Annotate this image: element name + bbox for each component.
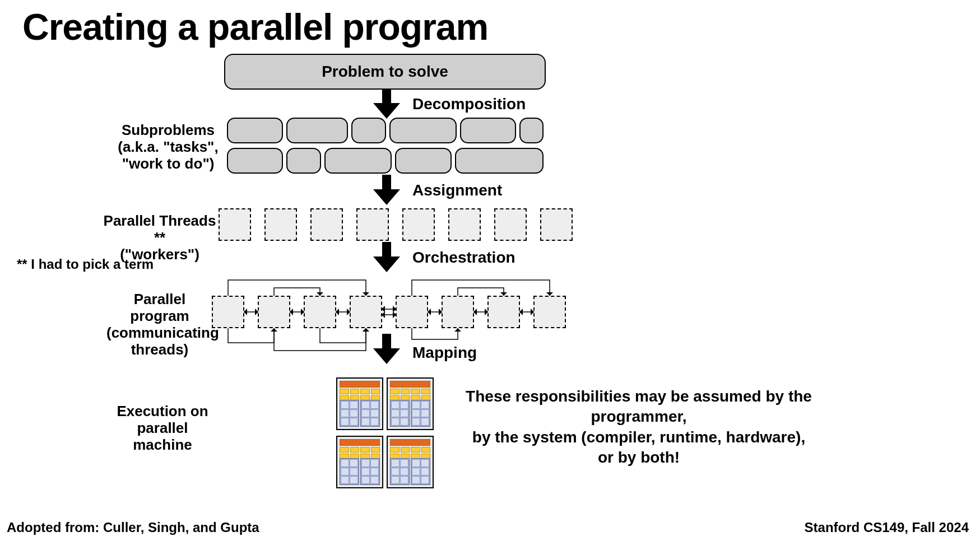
worker-box (310, 208, 343, 241)
task-box (460, 118, 516, 143)
worker-box (402, 208, 435, 241)
task-box (286, 148, 321, 174)
footnote: ** I had to pick a term (17, 256, 154, 272)
task-box (389, 118, 457, 143)
arrow-assignment (370, 175, 403, 205)
stage-assignment: Assignment (412, 181, 502, 199)
label-execution: Execution on parallel machine (106, 403, 219, 454)
problem-box: Problem to solve (224, 54, 546, 90)
task-box (395, 148, 451, 174)
stage-decomposition: Decomposition (412, 95, 526, 113)
subproblem-tasks (227, 118, 544, 178)
label-subproblems: Subproblems (a.k.a. "tasks", "work to do… (115, 122, 221, 172)
problem-text: Problem to solve (322, 63, 448, 81)
label-threads: Parallel Threads ** ("workers") (101, 213, 219, 263)
processor-icon (387, 377, 434, 430)
comm-thread-box (533, 296, 566, 328)
arrow-mapping (370, 334, 403, 364)
task-box (324, 148, 392, 174)
task-box (286, 118, 348, 143)
comm-thread-box (350, 296, 382, 328)
worker-box (448, 208, 481, 241)
stage-orchestration: Orchestration (412, 249, 515, 267)
worker-box (219, 208, 251, 241)
worker-box (264, 208, 297, 241)
label-program: Parallel program (communicating threads) (106, 291, 213, 358)
task-box (227, 118, 283, 143)
processor-icon (336, 436, 383, 488)
task-box (351, 118, 386, 143)
stage-mapping: Mapping (412, 344, 477, 362)
task-box (519, 118, 544, 143)
task-box (455, 148, 544, 174)
comm-thread-box (442, 296, 474, 328)
worker-row (219, 208, 573, 241)
comm-thread-box (212, 296, 244, 328)
credit-right: Stanford CS149, Fall 2024 (805, 520, 969, 535)
comm-thread-box (258, 296, 290, 328)
worker-box (356, 208, 389, 241)
slide: Creating a parallel program Problem to s… (0, 0, 980, 541)
comm-threads-row (212, 296, 566, 328)
comm-thread-box (396, 296, 428, 328)
worker-box (540, 208, 573, 241)
processor-icon (387, 436, 434, 488)
processor-grid (336, 377, 431, 488)
comm-thread-box (487, 296, 520, 328)
credit-left: Adopted from: Culler, Singh, and Gupta (7, 520, 259, 535)
responsibility-note: These responsibilities may be assumed by… (465, 386, 812, 468)
task-box (227, 148, 283, 174)
comm-thread-box (304, 296, 336, 328)
arrow-decomposition (370, 88, 403, 119)
page-title: Creating a parallel program (22, 6, 488, 48)
worker-box (494, 208, 527, 241)
processor-icon (336, 377, 383, 430)
arrow-orchestration (370, 242, 403, 272)
